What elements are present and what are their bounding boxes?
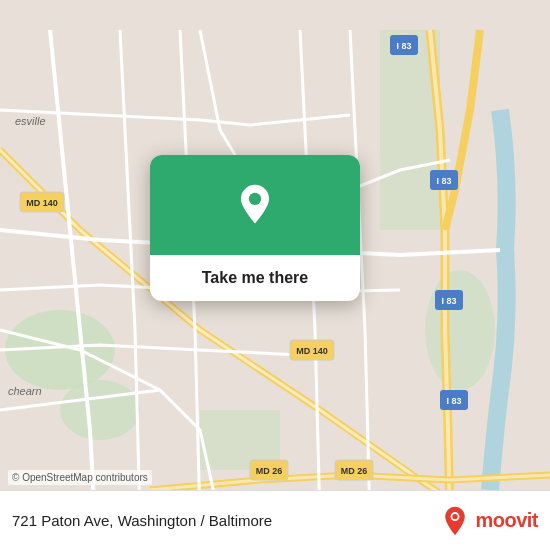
map-attribution: © OpenStreetMap contributors [8, 470, 152, 485]
map-container: I 83 I 83 I 83 I 83 MD 140 MD 140 MD 140… [0, 0, 550, 550]
card-button-area: Take me there [150, 255, 360, 301]
svg-text:I 83: I 83 [396, 41, 411, 51]
card-green-header [150, 155, 360, 255]
bottom-bar: 721 Paton Ave, Washington / Baltimore mo… [0, 490, 550, 550]
svg-text:esville: esville [15, 115, 46, 127]
address-text: 721 Paton Ave, Washington / Baltimore [12, 512, 441, 529]
moovit-pin-icon [441, 505, 469, 537]
moovit-logo-label: moovit [475, 509, 538, 532]
svg-text:chearn: chearn [8, 385, 42, 397]
take-me-there-card: Take me there [150, 155, 360, 301]
svg-text:MD 26: MD 26 [341, 466, 368, 476]
svg-point-28 [453, 513, 458, 518]
svg-text:MD 140: MD 140 [26, 198, 58, 208]
svg-text:MD 26: MD 26 [256, 466, 283, 476]
svg-point-2 [60, 380, 140, 440]
moovit-logo: moovit [441, 505, 538, 537]
svg-point-26 [249, 193, 261, 205]
svg-text:I 83: I 83 [441, 296, 456, 306]
svg-point-4 [425, 270, 495, 390]
location-pin-icon [233, 183, 277, 227]
svg-text:I 83: I 83 [446, 396, 461, 406]
take-me-there-button[interactable]: Take me there [166, 269, 344, 287]
svg-text:I 83: I 83 [436, 176, 451, 186]
svg-text:MD 140: MD 140 [296, 346, 328, 356]
